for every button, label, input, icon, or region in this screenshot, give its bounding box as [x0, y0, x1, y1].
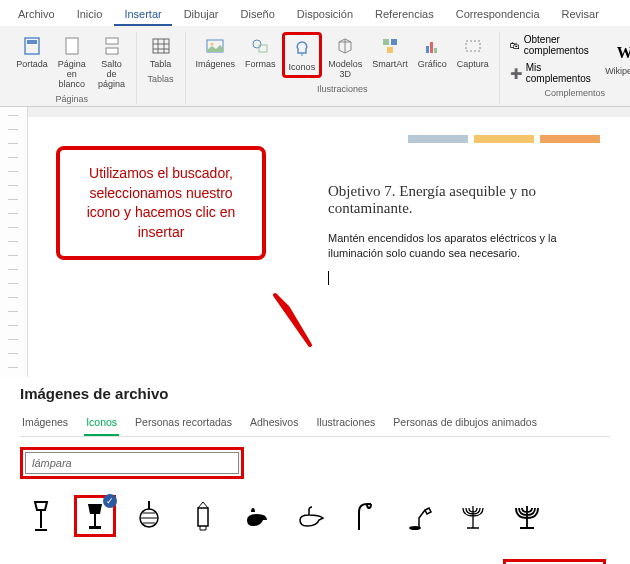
icon-result-floor-lamp[interactable]	[20, 495, 62, 537]
btn-iconos[interactable]: Iconos	[282, 32, 323, 78]
decor-bar-1	[408, 135, 468, 143]
tab-archivo[interactable]: Archivo	[8, 4, 65, 26]
btn-pagina-blanco[interactable]: Página en blanco	[52, 32, 92, 92]
icon-result-genie-lamp[interactable]	[290, 495, 332, 537]
panel-footer: ⓘ Como suscriptor de Microsoft 365, tien…	[20, 549, 610, 564]
blank-page-icon	[60, 34, 84, 58]
table-icon	[149, 34, 173, 58]
tab-revisar[interactable]: Revisar	[552, 4, 609, 26]
panel-tab-personas-recortadas[interactable]: Personas recortadas	[133, 412, 234, 436]
chart-icon	[420, 34, 444, 58]
decor-bars	[328, 135, 600, 143]
svg-point-11	[211, 43, 214, 46]
document-body: Mantén encendidos los aparatos eléctrico…	[328, 231, 600, 262]
btn-modelos3d[interactable]: Modelos 3D	[324, 32, 366, 82]
group-complementos: 🛍 Obtener complementos ➕ Mis complemento…	[500, 32, 630, 104]
group-ilustraciones: Imágenes Formas Iconos Modelos 3D SmartA…	[186, 32, 500, 104]
btn-formas[interactable]: Formas	[241, 32, 280, 72]
icon-result-ceiling-lamp[interactable]	[128, 495, 170, 537]
vertical-ruler[interactable]	[0, 107, 28, 377]
callout-text: Utilizamos el buscador, seleccionamos nu…	[72, 164, 250, 242]
page-break-icon	[100, 34, 124, 58]
btn-imagenes[interactable]: Imágenes	[192, 32, 240, 72]
group-label-tablas: Tablas	[148, 74, 174, 84]
smartart-icon	[378, 34, 402, 58]
annotation-callout: Utilizamos el buscador, seleccionamos nu…	[56, 146, 266, 260]
panel-title: Imágenes de archivo	[20, 385, 610, 402]
group-label-ilustraciones: Ilustraciones	[317, 84, 368, 94]
cover-page-icon	[20, 34, 44, 58]
svg-rect-1	[27, 40, 37, 44]
icon-result-desk-lamp[interactable]	[398, 495, 440, 537]
group-label-complementos: Complementos	[544, 88, 605, 98]
models3d-icon	[333, 34, 357, 58]
svg-rect-22	[89, 526, 101, 529]
svg-point-12	[253, 40, 261, 48]
svg-rect-17	[426, 46, 429, 53]
group-paginas: Portada Página en blanco Salto de página…	[8, 32, 137, 104]
icon-result-lantern[interactable]	[182, 495, 224, 537]
group-label-paginas: Páginas	[56, 94, 89, 104]
svg-rect-15	[391, 39, 397, 45]
tab-dibujar[interactable]: Dibujar	[174, 4, 229, 26]
btn-smartart[interactable]: SmartArt	[368, 32, 412, 72]
document-heading: Objetivo 7. Energía asequible y no conta…	[328, 183, 600, 217]
svg-rect-2	[66, 38, 78, 54]
panel-tab-adhesivos[interactable]: Adhesivos	[248, 412, 300, 436]
tab-referencias[interactable]: Referencias	[365, 4, 444, 26]
store-icon: 🛍	[510, 40, 520, 51]
icons-icon	[290, 37, 314, 61]
wikipedia-icon: W	[613, 41, 630, 65]
panel-tab-imagenes[interactable]: Imágenes	[20, 412, 70, 436]
svg-rect-4	[106, 48, 118, 54]
tab-correspondencia[interactable]: Correspondencia	[446, 4, 550, 26]
pictures-icon	[203, 34, 227, 58]
svg-rect-5	[153, 39, 169, 53]
icon-result-menorah-1[interactable]	[452, 495, 494, 537]
stock-images-panel: Imágenes de archivo Imágenes Iconos Pers…	[0, 377, 630, 564]
panel-tab-personas-dibujos[interactable]: Personas de dibujos animados	[391, 412, 539, 436]
group-tablas: Tabla Tablas	[137, 32, 186, 104]
tab-disposicion[interactable]: Disposición	[287, 4, 363, 26]
btn-wikipedia[interactable]: W Wikipedia	[605, 39, 630, 79]
tab-inicio[interactable]: Inicio	[67, 4, 113, 26]
shapes-icon	[248, 34, 272, 58]
addins-icon: ➕	[510, 68, 522, 79]
panel-tab-ilustraciones[interactable]: Ilustraciones	[314, 412, 377, 436]
btn-captura[interactable]: Captura	[453, 32, 493, 72]
icon-result-menorah-2[interactable]	[506, 495, 548, 537]
svg-rect-16	[387, 47, 393, 53]
svg-rect-19	[434, 48, 437, 53]
search-input[interactable]	[25, 452, 239, 474]
svg-rect-24	[148, 501, 150, 509]
icon-result-street-lamp[interactable]	[344, 495, 386, 537]
svg-rect-20	[466, 41, 480, 51]
svg-rect-18	[430, 42, 433, 53]
insert-highlight: Inserción (1)	[503, 559, 606, 564]
svg-rect-14	[383, 39, 389, 45]
svg-rect-25	[198, 508, 208, 526]
search-highlight	[20, 447, 244, 479]
ribbon: Portada Página en blanco Salto de página…	[0, 26, 630, 107]
tab-diseno[interactable]: Diseño	[231, 4, 285, 26]
ribbon-tabs: Archivo Inicio Insertar Dibujar Diseño D…	[0, 0, 630, 26]
btn-tabla[interactable]: Tabla	[143, 32, 179, 72]
btn-salto-pagina[interactable]: Salto de página	[94, 32, 130, 92]
decor-bar-2	[474, 135, 534, 143]
decor-bar-3	[540, 135, 600, 143]
panel-tabs: Imágenes Iconos Personas recortadas Adhe…	[20, 412, 610, 437]
btn-obtener-complementos[interactable]: 🛍 Obtener complementos	[506, 32, 604, 58]
panel-tab-iconos[interactable]: Iconos	[84, 412, 119, 436]
btn-grafico[interactable]: Gráfico	[414, 32, 451, 72]
svg-point-26	[409, 526, 421, 530]
screenshot-icon	[461, 34, 485, 58]
text-cursor	[328, 271, 329, 285]
icon-result-oil-lamp[interactable]	[236, 495, 278, 537]
icon-result-table-lamp[interactable]: ✓	[74, 495, 116, 537]
svg-rect-3	[106, 38, 118, 44]
svg-rect-21	[94, 514, 96, 526]
icon-results: ✓	[20, 489, 610, 549]
tab-insertar[interactable]: Insertar	[114, 4, 171, 26]
btn-mis-complementos[interactable]: ➕ Mis complementos	[506, 60, 604, 86]
btn-portada[interactable]: Portada	[14, 32, 50, 72]
